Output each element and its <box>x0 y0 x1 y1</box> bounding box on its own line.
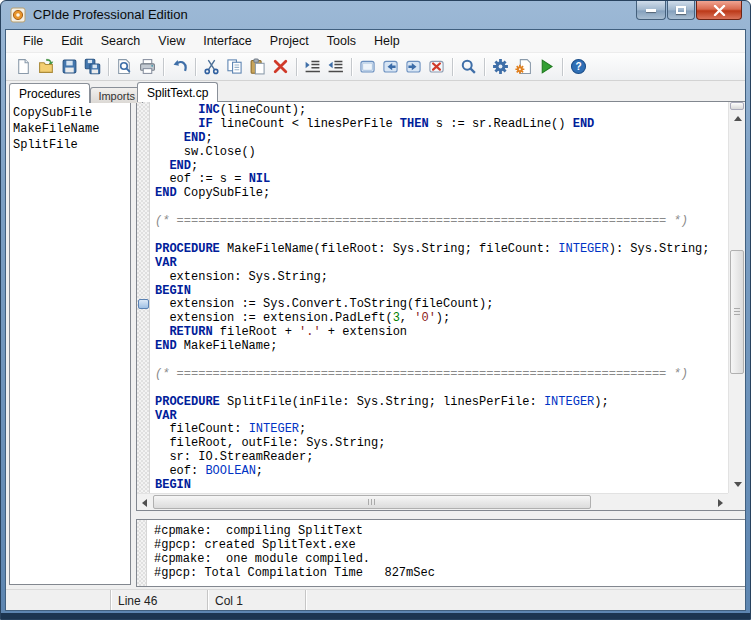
toolbar-separator <box>351 58 352 76</box>
scroll-left-button[interactable] <box>137 494 152 511</box>
nav-back-button[interactable] <box>379 56 402 78</box>
compiler-output-panel[interactable]: #cpmake: compiling SplitText#gpcp: creat… <box>136 519 746 587</box>
arrow-right-icon <box>718 499 723 507</box>
delete-button[interactable] <box>269 56 292 78</box>
app-icon <box>10 7 26 23</box>
horizontal-scrollbar[interactable] <box>137 493 728 510</box>
save-all-button[interactable] <box>81 56 104 78</box>
close-icon <box>713 5 726 16</box>
minimize-button[interactable] <box>636 1 666 20</box>
code-line <box>155 201 728 215</box>
arrow-down-icon <box>734 482 742 487</box>
indent-icon <box>304 58 321 75</box>
toolbar-separator <box>108 58 109 76</box>
new-file-button[interactable] <box>12 56 35 78</box>
client-area: FileEditSearchViewInterfaceProjectToolsH… <box>5 29 746 611</box>
save-button[interactable] <box>58 56 81 78</box>
save-all-icon <box>84 58 101 75</box>
status-cell-empty <box>6 590 111 611</box>
indent-button[interactable] <box>301 56 324 78</box>
help-icon: ? <box>570 58 587 75</box>
menu-item-search[interactable]: Search <box>92 31 150 51</box>
run-icon <box>538 58 555 75</box>
editor-tabs: SplitText.cp <box>137 83 218 102</box>
close-module-button[interactable] <box>425 56 448 78</box>
menu-item-edit[interactable]: Edit <box>52 31 92 51</box>
paste-icon <box>249 58 266 75</box>
toolbar-separator <box>562 58 563 76</box>
output-line: #gpcp: Total Compilation Time 827mSec <box>154 566 745 580</box>
help-button[interactable]: ? <box>567 56 590 78</box>
build-button[interactable] <box>489 56 512 78</box>
paste-button[interactable] <box>246 56 269 78</box>
code-line <box>155 354 728 368</box>
toolbar: ? <box>6 53 745 81</box>
delete-icon <box>272 58 289 75</box>
editor-gutter <box>137 102 150 493</box>
cut-icon <box>203 58 220 75</box>
outdent-icon <box>327 58 344 75</box>
undo-button[interactable] <box>168 56 191 78</box>
window-title: CPIde Professional Edition <box>33 7 188 22</box>
page-preview-button[interactable] <box>113 56 136 78</box>
copy-button[interactable] <box>223 56 246 78</box>
code-editor[interactable]: INC(lineCount); IF lineCount < linesPerF… <box>136 101 746 511</box>
module-icon <box>359 58 376 75</box>
close-button[interactable] <box>696 1 742 20</box>
procedure-item[interactable]: CopySubFile <box>13 105 127 121</box>
bookmark-marker[interactable] <box>138 299 149 309</box>
code-line: extension := Sys.Convert.ToString(fileCo… <box>155 298 728 312</box>
outdent-button[interactable] <box>324 56 347 78</box>
code-line: END; <box>155 160 728 174</box>
code-area[interactable]: INC(lineCount); IF lineCount < linesPerF… <box>151 102 728 493</box>
compile-button[interactable] <box>512 56 535 78</box>
menu-item-help[interactable]: Help <box>365 31 409 51</box>
tab-procedures[interactable]: Procedures <box>9 83 90 103</box>
output-line: #gpcp: created SplitText.exe <box>154 538 745 552</box>
menu-bar: FileEditSearchViewInterfaceProjectToolsH… <box>6 30 745 53</box>
maximize-button[interactable] <box>667 1 695 20</box>
cut-button[interactable] <box>200 56 223 78</box>
scroll-right-button[interactable] <box>713 494 728 511</box>
toolbar-separator <box>163 58 164 76</box>
print-button[interactable] <box>136 56 159 78</box>
close-module-icon <box>428 58 445 75</box>
build-icon <box>492 58 509 75</box>
menu-item-tools[interactable]: Tools <box>318 31 365 51</box>
menu-item-file[interactable]: File <box>14 31 52 51</box>
vertical-scroll-thumb[interactable] <box>730 250 744 374</box>
scroll-up-button[interactable] <box>729 111 746 126</box>
code-line: VAR <box>155 257 728 271</box>
tab-imports[interactable]: Imports <box>90 87 143 103</box>
code-line: END; <box>155 132 728 146</box>
procedure-list[interactable]: CopySubFileMakeFileNameSplitFile <box>9 102 131 585</box>
code-line: eof := s = NIL <box>155 173 728 187</box>
vertical-scrollbar[interactable] <box>728 102 745 493</box>
split-handle[interactable] <box>730 102 744 110</box>
tab-splittext-cp[interactable]: SplitText.cp <box>137 82 218 102</box>
module-button[interactable] <box>356 56 379 78</box>
output-line: #cpmake: one module compiled. <box>154 552 745 566</box>
run-button[interactable] <box>535 56 558 78</box>
new-file-icon <box>15 58 32 75</box>
title-bar[interactable]: CPIde Professional Edition <box>1 1 750 29</box>
status-bar: Line 46 Col 1 <box>6 589 745 611</box>
menu-item-view[interactable]: View <box>149 31 194 51</box>
code-line: (* =====================================… <box>155 368 728 382</box>
open-file-button[interactable] <box>35 56 58 78</box>
menu-item-project[interactable]: Project <box>261 31 318 51</box>
search-button[interactable] <box>457 56 480 78</box>
undo-icon <box>171 58 188 75</box>
code-line: PROCEDURE MakeFileName(fileRoot: Sys.Str… <box>155 243 728 257</box>
scroll-down-button[interactable] <box>729 477 746 492</box>
status-line-indicator: Line 46 <box>111 590 208 611</box>
menu-item-interface[interactable]: Interface <box>194 31 261 51</box>
minimize-icon <box>646 9 656 12</box>
code-line: fileRoot, outFile: Sys.String; <box>155 437 728 451</box>
scrollbar-corner <box>728 493 745 510</box>
procedure-item[interactable]: MakeFileName <box>13 121 127 137</box>
horizontal-scroll-thumb[interactable] <box>153 495 591 509</box>
procedure-item[interactable]: SplitFile <box>13 137 127 153</box>
code-line: sw.Close() <box>155 146 728 160</box>
nav-forward-button[interactable] <box>402 56 425 78</box>
